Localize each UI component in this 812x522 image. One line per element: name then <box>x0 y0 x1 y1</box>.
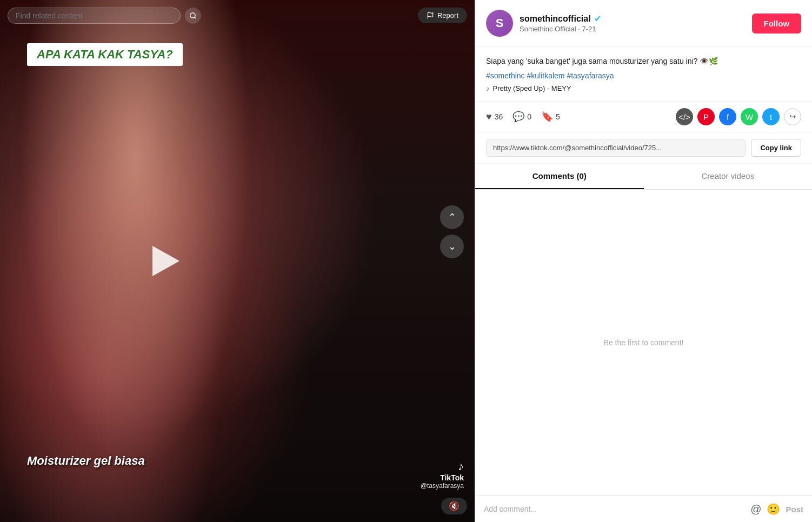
music-note-icon: ♪ <box>486 84 490 92</box>
bookmark-icon: 🔖 <box>541 111 553 123</box>
copy-link-button[interactable]: Copy link <box>751 139 801 157</box>
share-embed-button[interactable]: </> <box>676 108 693 125</box>
video-description: Siapa yang 'suka banget' juga sama moust… <box>475 47 812 102</box>
description-emojis: 👁️🌿 <box>700 57 718 65</box>
follow-button[interactable]: Follow <box>752 14 802 34</box>
play-button[interactable] <box>152 246 179 276</box>
description-text: Siapa yang 'suka banget' juga sama moust… <box>486 56 801 67</box>
action-bar: ♥ 36 💬 0 🔖 5 </> P f W t <box>475 102 812 132</box>
search-input-wrap[interactable] <box>8 8 181 24</box>
tiktok-handle: @tasyafarasya <box>421 482 464 490</box>
share-icons: </> P f W t ↪ <box>676 108 801 125</box>
comment-input[interactable] <box>484 505 745 513</box>
share-pinterest-button[interactable]: P <box>697 108 715 125</box>
svg-line-1 <box>195 17 196 19</box>
comment-count: 0 <box>527 112 531 121</box>
music-row: ♪ Pretty (Sped Up) - MEYY <box>486 84 801 92</box>
bookmark-count: 5 <box>556 112 560 121</box>
video-person-layer <box>0 0 270 522</box>
comment-action[interactable]: 💬 0 <box>513 111 531 123</box>
mute-button[interactable]: 🔇 <box>441 498 467 514</box>
share-twitter-button[interactable]: t <box>762 108 780 125</box>
avatar: S <box>486 10 513 37</box>
tiktok-logo-icon: ♪ <box>421 459 464 473</box>
link-input[interactable] <box>486 139 746 157</box>
tab-comments[interactable]: Comments (0) <box>475 164 644 189</box>
emoji-button[interactable]: 🙂 <box>767 503 780 516</box>
heart-icon: ♥ <box>486 111 492 123</box>
share-more-button[interactable]: ↪ <box>784 108 801 125</box>
music-title: Pretty (Sped Up) - MEYY <box>493 84 571 92</box>
right-panel: S somethincofficial ✔ Somethinc Official… <box>475 0 812 522</box>
comments-area: Be the first to comment! <box>475 190 812 496</box>
like-action[interactable]: ♥ 36 <box>486 111 503 123</box>
creator-header: S somethincofficial ✔ Somethinc Official… <box>475 0 812 47</box>
creator-info: somethincofficial ✔ Somethinc Official ·… <box>520 14 752 33</box>
tiktok-watermark: ♪ TikTok @tasyafarasya <box>421 459 464 490</box>
creator-name-row: somethincofficial ✔ <box>520 14 752 24</box>
creator-meta: Somethinc Official · 7-21 <box>520 25 752 33</box>
mention-button[interactable]: @ <box>750 503 761 516</box>
link-bar: Copy link <box>475 132 812 164</box>
video-overlay-bottom-text: Moisturizer gel biasa <box>27 454 145 468</box>
verified-icon: ✔ <box>594 14 601 24</box>
svg-point-0 <box>190 13 195 18</box>
like-count: 36 <box>495 112 503 121</box>
search-button[interactable] <box>185 8 201 24</box>
no-comments-message: Be the first to comment! <box>604 338 684 347</box>
post-comment-button[interactable]: Post <box>786 505 803 514</box>
comment-input-area: @ 🙂 Post <box>475 496 812 522</box>
video-overlay-top-text: APA KATA KAK TASYA? <box>27 43 183 66</box>
creator-username: somethincofficial <box>520 14 591 24</box>
nav-down-button[interactable]: ⌄ <box>440 235 464 258</box>
search-input[interactable] <box>16 11 172 20</box>
search-bar-area <box>8 8 467 24</box>
bookmark-action[interactable]: 🔖 5 <box>541 111 560 123</box>
hashtags[interactable]: #somethinc #kulitkalem #tasyafarasya <box>486 71 801 80</box>
tiktok-platform: TikTok <box>421 473 464 482</box>
share-facebook-button[interactable]: f <box>719 108 736 125</box>
tab-creator-videos[interactable]: Creator videos <box>644 164 813 189</box>
comment-icon: 💬 <box>513 111 524 123</box>
nav-up-button[interactable]: ⌃ <box>440 205 464 229</box>
tabs-bar: Comments (0) Creator videos <box>475 164 812 190</box>
share-whatsapp-button[interactable]: W <box>741 108 758 125</box>
video-area[interactable]: Report APA KATA KAK TASYA? ⌃ ⌄ Moisturiz… <box>0 0 475 522</box>
video-panel: Report APA KATA KAK TASYA? ⌃ ⌄ Moisturiz… <box>0 0 475 522</box>
